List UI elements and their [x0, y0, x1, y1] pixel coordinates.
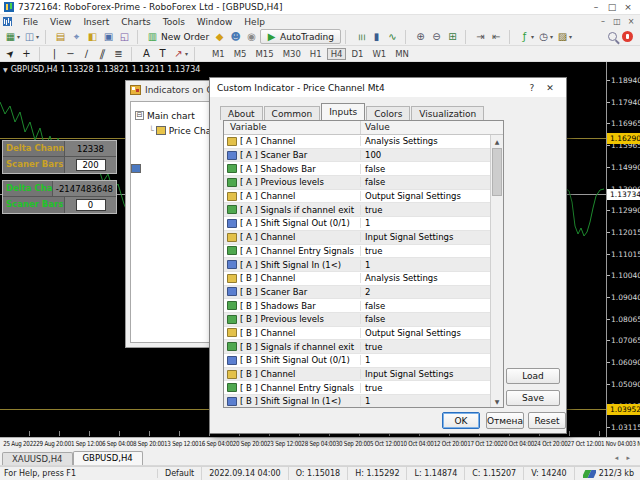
minimize-icon[interactable]: –: [588, 1, 604, 14]
mdi-minimize-icon[interactable]: –: [597, 16, 609, 27]
menu-item[interactable]: File: [17, 17, 44, 27]
load-button[interactable]: Load: [506, 368, 560, 384]
value-cell[interactable]: Input Signal Settings: [361, 232, 490, 242]
metaeditor-button[interactable]: ◆: [212, 29, 228, 44]
profiles-button[interactable]: ◫ ▾: [22, 29, 41, 44]
value-cell[interactable]: 1: [361, 260, 490, 270]
separator[interactable]: [39, 47, 45, 61]
chart-menu-icon[interactable]: [3, 17, 12, 26]
separator[interactable]: [405, 30, 411, 44]
table-row[interactable]: [ A ] Scaner Bar 100: [224, 149, 490, 163]
value-cell[interactable]: 1: [361, 218, 490, 228]
value-cell[interactable]: Input Signal Settings: [361, 369, 490, 379]
value-cell[interactable]: 100: [361, 150, 490, 160]
scrollbar-thumb[interactable]: [492, 148, 502, 196]
menu-item[interactable]: Insert: [77, 17, 115, 27]
table-row[interactable]: [ A ] Previous levels false: [224, 176, 490, 190]
value-cell[interactable]: false: [361, 177, 490, 187]
table-row[interactable]: [ A ] Shift Signal In (1<) 1: [224, 258, 490, 272]
dialog-tab[interactable]: About: [220, 106, 263, 120]
status-traffic[interactable]: 212/3 kb: [575, 469, 640, 478]
table-row[interactable]: [ B ] Channel Input Signal Settings: [224, 368, 490, 382]
indicators-button[interactable]: ƒ ▾: [517, 29, 536, 44]
periods-button[interactable]: ◷ ▾: [536, 29, 555, 44]
time-axis[interactable]: 25 Aug 202229 Aug 20:001 Sep 12:006 Sep …: [0, 437, 640, 451]
value-cell[interactable]: true: [361, 205, 490, 215]
dialog-tab[interactable]: Visualization: [411, 106, 484, 120]
table-row[interactable]: [ B ] Channel Output Signal Settings: [224, 327, 490, 341]
scroll-up-icon[interactable]: ▲: [491, 135, 503, 147]
timeframe-button[interactable]: M5: [230, 48, 251, 60]
value-cell[interactable]: true: [361, 383, 490, 393]
table-row[interactable]: [ B ] Shadows Bar false: [224, 299, 490, 313]
templates-button[interactable]: ▨ ▾: [555, 29, 574, 44]
timeframe-button[interactable]: M15: [252, 48, 278, 60]
value-cell[interactable]: Output Signal Settings: [361, 191, 490, 201]
save-button[interactable]: Save: [506, 390, 560, 406]
table-row[interactable]: [ B ] Shift Signal In (1<) 1: [224, 395, 490, 407]
status-profile[interactable]: Default: [158, 467, 202, 480]
mdi-close-icon[interactable]: ×: [625, 16, 637, 27]
community-button[interactable]: ☻: [228, 29, 244, 44]
value-cell[interactable]: true: [361, 342, 490, 352]
timeframe-button[interactable]: M30: [279, 48, 305, 60]
cancel-button[interactable]: Отмена: [486, 412, 524, 429]
table-row[interactable]: [ B ] Previous levels false: [224, 313, 490, 327]
market-watch-button[interactable]: ▤: [53, 29, 69, 44]
auto-scroll-button[interactable]: ⇥: [473, 29, 489, 44]
table-row[interactable]: [ A ] Signals if channel exit true: [224, 203, 490, 217]
fibonacci-button[interactable]: ≣: [111, 46, 127, 61]
separator[interactable]: [131, 47, 137, 61]
market-search-button[interactable]: ◉: [244, 29, 260, 44]
menu-item[interactable]: Help: [238, 17, 271, 27]
new-chart-button[interactable]: ▦ ▾: [3, 29, 22, 44]
timeframe-button[interactable]: M1: [208, 48, 229, 60]
equidistant-channel-button[interactable]: ∥: [95, 46, 111, 61]
arrows-button[interactable]: ↗ ▾: [171, 46, 190, 61]
chart-tab[interactable]: GBPUSD,H4: [73, 451, 143, 465]
tile-windows-button[interactable]: ⊞: [445, 29, 461, 44]
line-chart-button[interactable]: ∿: [385, 29, 401, 44]
value-cell[interactable]: true: [361, 246, 490, 256]
dialog-tab[interactable]: Colors: [366, 106, 410, 120]
search-icon[interactable]: [608, 32, 617, 41]
table-row[interactable]: [ B ] Channel Entry Signals true: [224, 381, 490, 395]
candlestick-chart-button[interactable]: ▮: [369, 29, 385, 44]
navigator-button[interactable]: ⌖: [69, 29, 85, 44]
zoom-in-button[interactable]: ⊕: [413, 29, 429, 44]
tab-scroll-arrows[interactable]: ◂ ▸: [615, 454, 638, 462]
table-row[interactable]: [ A ] Channel Output Signal Settings: [224, 190, 490, 204]
indicator-value[interactable]: 200: [76, 159, 106, 171]
reset-button[interactable]: Reset: [528, 412, 566, 429]
separator[interactable]: [509, 30, 515, 44]
close-icon[interactable]: ×: [620, 1, 636, 14]
price-axis[interactable]: 1.189401.179401.169651.159651.149901.139…: [606, 62, 640, 437]
horizontal-line-button[interactable]: −: [63, 46, 79, 61]
separator[interactable]: [45, 30, 51, 44]
table-row[interactable]: [ A ] Channel Input Signal Settings: [224, 231, 490, 245]
menu-item[interactable]: Charts: [115, 17, 156, 27]
strategy-tester-button[interactable]: ◱: [117, 29, 133, 44]
column-header-variable[interactable]: Variable: [224, 121, 361, 134]
table-row[interactable]: [ A ] Channel Entry Signals true: [224, 245, 490, 259]
crosshair-button[interactable]: +: [19, 46, 35, 61]
value-cell[interactable]: 1: [361, 355, 490, 365]
value-cell[interactable]: false: [361, 164, 490, 174]
chart-tab[interactable]: XAUUSD,H4: [2, 452, 73, 465]
value-cell[interactable]: 2: [361, 287, 490, 297]
table-row[interactable]: [ A ] Channel Analysis Settings: [224, 135, 490, 149]
timeframe-button[interactable]: D1: [347, 48, 367, 60]
tree-collapse-icon[interactable]: ⊟: [135, 111, 144, 120]
value-cell[interactable]: 1: [361, 396, 490, 406]
table-row[interactable]: [ A ] Shift Signal Out (0/1) 1: [224, 217, 490, 231]
column-header-value[interactable]: Value: [361, 121, 503, 134]
autotrading-button[interactable]: ▶ AutoTrading: [260, 29, 341, 44]
chart-shift-button[interactable]: ⇤: [489, 29, 505, 44]
value-cell[interactable]: false: [361, 301, 490, 311]
indicator-value[interactable]: 12338: [74, 144, 107, 154]
table-scrollbar[interactable]: ▲ ▼: [490, 135, 503, 407]
dialog-tab[interactable]: Inputs: [321, 103, 365, 120]
separator[interactable]: [465, 30, 471, 44]
text-button[interactable]: A: [139, 46, 155, 61]
help-icon[interactable]: ?: [523, 80, 541, 95]
